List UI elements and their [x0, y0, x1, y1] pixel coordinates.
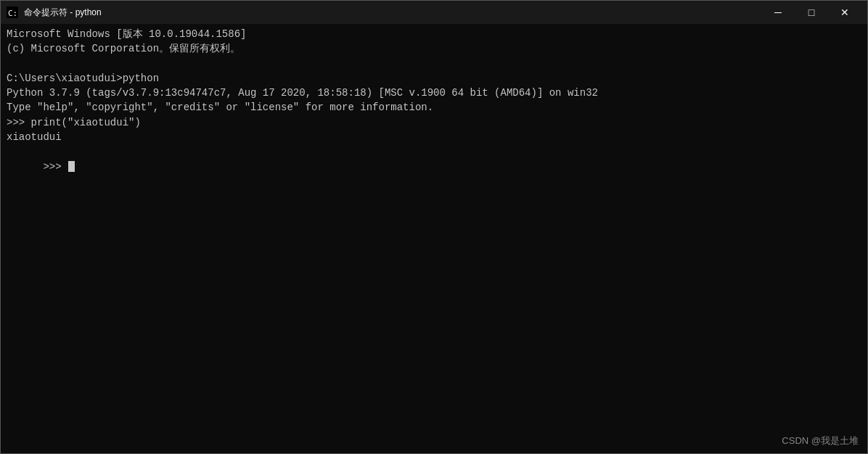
console-line-1: Microsoft Windows [版本 10.0.19044.1586]	[7, 27, 861, 41]
console-line-6: >>> print("xiaotudui")	[7, 115, 861, 130]
maximize-button[interactable]: □	[795, 1, 828, 24]
console-output[interactable]: Microsoft Windows [版本 10.0.19044.1586] (…	[1, 24, 867, 453]
console-line-8: >>>	[7, 144, 861, 189]
svg-text:C:\: C:\	[8, 9, 18, 18]
close-button[interactable]: ✕	[828, 1, 861, 24]
title-bar: C:\ 命令提示符 - python ─ □ ✕	[1, 1, 867, 24]
console-line-5: Type "help", "copyright", "credits" or "…	[7, 100, 861, 115]
cmd-window: C:\ 命令提示符 - python ─ □ ✕ Microsoft Windo…	[0, 0, 868, 454]
console-line-7: xiaotudui	[7, 130, 861, 144]
console-line-blank-1	[7, 57, 861, 71]
window-controls: ─ □ ✕	[761, 1, 861, 24]
console-line-2: (c) Microsoft Corporation。保留所有权利。	[7, 41, 861, 56]
title-bar-left: C:\ 命令提示符 - python	[7, 7, 102, 19]
watermark: CSDN @我是土堆	[782, 434, 859, 447]
console-line-4: Python 3.7.9 (tags/v3.7.9:13c94747c7, Au…	[7, 86, 861, 100]
window-title: 命令提示符 - python	[24, 7, 102, 19]
cursor	[68, 161, 75, 172]
console-line-3: C:\Users\xiaotudui>python	[7, 71, 861, 86]
minimize-button[interactable]: ─	[761, 1, 795, 24]
cmd-icon: C:\	[7, 7, 18, 18]
